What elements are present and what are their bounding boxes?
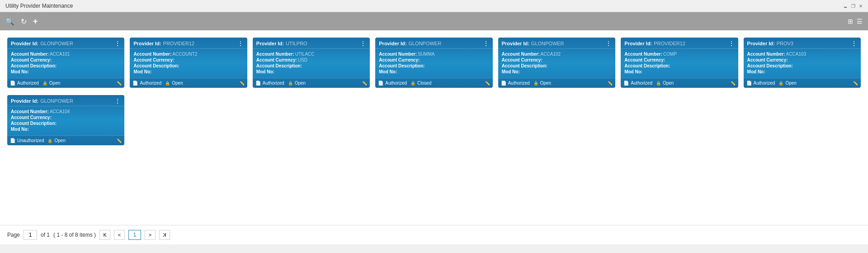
next-page-button[interactable]: > <box>145 230 156 240</box>
lock-icon: 🔒 <box>410 81 415 86</box>
card-footer: 📄Authorized🔒Open✏️ <box>498 78 615 88</box>
provider-card[interactable]: Provider Id:PROVIDER12⋮Account Number:AC… <box>130 38 247 88</box>
provider-id-label: Provider Id: <box>624 41 652 46</box>
lock-icon: 🔒 <box>42 81 47 86</box>
account-description-field: Account Description: <box>379 63 489 68</box>
last-page-button[interactable]: K <box>159 230 170 240</box>
edit-icon[interactable]: ✏️ <box>485 81 490 86</box>
auth-status-icon: 📄 <box>10 138 15 143</box>
account-description-field: Account Description: <box>747 63 857 68</box>
auth-status-text: Authorized <box>754 81 775 86</box>
cards-grid-row1: Provider Id:GLONPOWER⋮Account Number:ACC… <box>7 38 861 88</box>
provider-id-label: Provider Id: <box>11 41 38 46</box>
provider-id-label: Provider Id: <box>747 41 775 46</box>
mod-no-label: Mod No: <box>133 69 151 74</box>
mod-no-label: Mod No: <box>11 69 29 74</box>
card-menu-icon[interactable]: ⋮ <box>851 40 857 47</box>
account-number-value: ACCA104 <box>50 109 70 114</box>
range-label: ( 1 - 8 of 8 items ) <box>53 232 96 238</box>
edit-icon[interactable]: ✏️ <box>117 138 122 143</box>
lock-status-text: Open <box>663 81 674 86</box>
account-number-field: Account Number:ACCA103 <box>747 52 857 57</box>
account-number-field: Account Number:ACCOUNT2 <box>133 52 243 57</box>
account-currency-label: Account Currency: <box>624 57 665 62</box>
provider-card[interactable]: Provider Id:GLONPOWER⋮Account Number:ACC… <box>7 38 124 88</box>
account-number-label: Account Number: <box>379 52 417 57</box>
restore-button[interactable]: ❐ <box>851 4 855 9</box>
account-number-field: Account Number:ACCA101 <box>11 52 121 57</box>
card-footer: 📄Unauthorized🔒Open✏️ <box>7 135 124 145</box>
account-currency-label: Account Currency: <box>502 57 542 62</box>
card-menu-icon[interactable]: ⋮ <box>114 40 121 47</box>
account-number-value: SUMMA <box>418 52 434 57</box>
card-menu-icon[interactable]: ⋮ <box>728 40 735 47</box>
card-menu-icon[interactable]: ⋮ <box>237 40 244 47</box>
window-title: Utility Provider Maintenance <box>5 3 73 9</box>
of-label: of 1 <box>41 232 50 238</box>
grid-view-icon[interactable]: ⊞ <box>848 18 853 25</box>
account-number-value: ACCA103 <box>786 52 806 57</box>
card-header: Provider Id:PROVIDER12⋮ <box>130 38 247 49</box>
provider-id-label: Provider Id: <box>256 41 284 46</box>
account-currency-field: Account Currency:USD <box>256 57 366 62</box>
auth-status-icon: 📄 <box>746 81 752 86</box>
account-description-label: Account Description: <box>11 121 57 126</box>
provider-card[interactable]: Provider Id:PROV3⋮Account Number:ACCA103… <box>744 38 861 88</box>
account-description-field: Account Description: <box>256 63 366 68</box>
card-menu-icon[interactable]: ⋮ <box>114 98 121 104</box>
provider-card[interactable]: Provider Id:GLONPOWER⋮Account Number:SUM… <box>375 38 492 88</box>
refresh-icon[interactable]: ↻ <box>21 17 27 26</box>
provider-id-value: GLONPOWER <box>531 41 564 46</box>
page-input[interactable] <box>24 230 37 240</box>
lock-icon: 🔒 <box>165 81 170 86</box>
edit-icon[interactable]: ✏️ <box>853 81 858 86</box>
close-button[interactable]: ✕ <box>859 4 863 9</box>
search-icon[interactable]: 🔍 <box>5 17 14 26</box>
account-description-field: Account Description: <box>502 63 612 68</box>
provider-id-value: PROVIDER12 <box>163 41 195 46</box>
account-description-field: Account Description: <box>11 63 121 68</box>
auth-status-icon: 📄 <box>378 81 383 86</box>
minimize-button[interactable]: 🗕 <box>843 4 848 9</box>
lock-status-text: Open <box>540 81 551 86</box>
lock-icon: 🔒 <box>288 81 293 86</box>
provider-card[interactable]: Provider Id:UTILPRO⋮Account Number:UTILA… <box>253 38 370 88</box>
account-description-field: Account Description: <box>624 63 734 68</box>
first-page-button[interactable]: K <box>99 230 110 240</box>
card-menu-icon[interactable]: ⋮ <box>360 40 366 47</box>
auth-status-text: Authorized <box>263 81 284 86</box>
account-number-label: Account Number: <box>256 52 294 57</box>
lock-status-text: Open <box>172 81 183 86</box>
account-currency-label: Account Currency: <box>11 57 52 62</box>
account-description-field: Account Description: <box>133 63 243 68</box>
provider-id-value: GLONPOWER <box>40 41 73 46</box>
account-number-label: Account Number: <box>624 52 662 57</box>
provider-card[interactable]: Provider Id:GLONPOWER⋮Account Number:ACC… <box>498 38 615 88</box>
main-content: Provider Id:GLONPOWER⋮Account Number:ACC… <box>0 30 868 225</box>
page-number-button[interactable]: 1 <box>128 230 141 240</box>
card-header: Provider Id:GLONPOWER⋮ <box>498 38 615 49</box>
provider-card[interactable]: Provider Id:GLONPOWER⋮Account Number:ACC… <box>7 95 124 145</box>
account-number-field: Account Number:ACCA102 <box>502 52 612 57</box>
edit-icon[interactable]: ✏️ <box>731 81 736 86</box>
card-body: Account Number:COMPAccount Currency:Acco… <box>621 49 738 78</box>
menu-icon[interactable]: ☰ <box>857 18 863 25</box>
edit-icon[interactable]: ✏️ <box>608 81 613 86</box>
card-header: Provider Id:UTILPRO⋮ <box>253 38 370 49</box>
lock-icon: 🔒 <box>533 81 538 86</box>
add-icon[interactable]: + <box>33 17 38 26</box>
toolbar-right: ⊞ ☰ <box>848 18 863 25</box>
card-footer: 📄Authorized🔒Closed✏️ <box>375 78 492 88</box>
card-footer: 📄Authorized🔒Open✏️ <box>253 78 370 88</box>
card-menu-icon[interactable]: ⋮ <box>605 40 612 47</box>
edit-icon[interactable]: ✏️ <box>240 81 245 86</box>
card-menu-icon[interactable]: ⋮ <box>483 40 489 47</box>
account-number-value: UTILACC <box>295 52 315 57</box>
account-description-label: Account Description: <box>747 63 793 68</box>
account-description-label: Account Description: <box>256 63 302 68</box>
edit-icon[interactable]: ✏️ <box>362 81 367 86</box>
provider-card[interactable]: Provider Id:PROVIDER12⋮Account Number:CO… <box>621 38 738 88</box>
prev-page-button[interactable]: < <box>114 230 125 240</box>
auth-status-icon: 📄 <box>501 81 506 86</box>
edit-icon[interactable]: ✏️ <box>117 81 122 86</box>
